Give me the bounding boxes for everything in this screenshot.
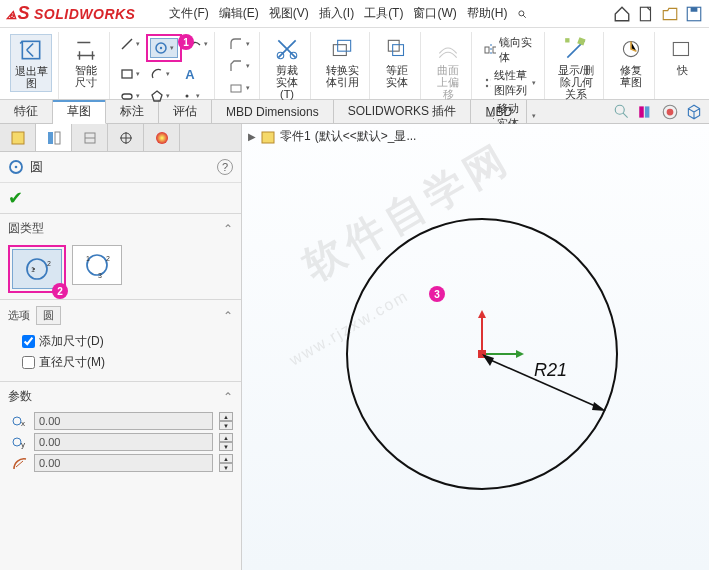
exit-sketch-button[interactable]: 退出草图 [10,34,52,92]
svg-marker-11 [152,91,162,101]
feature-breadcrumb[interactable]: ▶ 零件1 (默认<<默认>_显... [248,128,416,145]
center-circle-option[interactable]: 12 [12,249,62,289]
menu-window[interactable]: 窗口(W) [409,5,460,23]
svg-point-25 [486,85,488,87]
svg-rect-19 [393,45,404,56]
pm-tab-dimxpert[interactable] [108,124,144,151]
arc-tool-button[interactable] [146,64,174,84]
exit-sketch-icon [18,37,44,63]
app-name: SOLIDWORKS [34,6,135,22]
param-r-spinner[interactable]: ▲▼ [219,454,233,472]
menu-search-icon[interactable] [513,5,531,23]
surface-offset-button[interactable]: 曲面上偏移 [431,34,465,102]
param-cx-spinner[interactable]: ▲▼ [219,412,233,430]
pm-circle-type-header[interactable]: 圆类型 ⌃ [8,220,233,241]
menu-tools[interactable]: 工具(T) [360,5,407,23]
cube-icon[interactable] [685,103,703,121]
plane-button[interactable] [225,78,253,98]
param-cy-input[interactable] [34,433,213,451]
menu-insert[interactable]: 插入(I) [315,5,358,23]
svg-point-50 [27,259,47,279]
pm-help-button[interactable]: ? [217,159,233,175]
mirror-entities-button[interactable]: 镜向实体 [482,34,538,66]
tab-sw-addins[interactable]: SOLIDWORKS 插件 [334,100,472,123]
tab-mbd-dim[interactable]: MBD Dimensions [212,100,334,123]
offset-entities-button[interactable]: 等距实体 [380,34,414,90]
open-icon[interactable] [661,5,679,23]
svg-line-34 [623,113,628,118]
pm-ok-button[interactable]: ✔ [0,183,241,213]
repair-sketch-button[interactable]: 修复草图 [614,34,648,90]
svg-marker-68 [516,350,524,358]
param-r-icon [12,455,28,471]
books-icon[interactable] [637,103,655,121]
trim-entities-button[interactable]: 剪裁实体(T) [270,34,304,102]
fillet-button[interactable] [225,34,253,54]
svg-rect-17 [338,40,351,51]
tab-sketch[interactable]: 草图 [53,100,106,124]
param-r-input[interactable] [34,454,213,472]
convert-entities-button[interactable]: 转换实体引用 [321,34,363,90]
svg-line-6 [122,39,132,49]
svg-rect-41 [55,132,60,144]
pm-options-header[interactable]: 选项圆 ⌃ [8,306,233,329]
pm-tab-feature-tree[interactable] [0,124,36,151]
text-tool-button[interactable]: A [176,64,204,84]
polygon-tool-button[interactable] [146,86,174,106]
svg-text:x: x [21,419,25,428]
svg-rect-5 [22,41,39,58]
annotation-badge-2: 2 [52,283,68,299]
pm-params-header[interactable]: 参数 ⌃ [8,388,233,409]
linear-pattern-button[interactable]: 线性草图阵列▾ [482,67,538,99]
menu-edit[interactable]: 编辑(E) [215,5,263,23]
tab-features[interactable]: 特征 [0,100,53,123]
graphics-area[interactable]: ▶ 零件1 (默认<<默认>_显... 软件自学网 www.rjzxw.com [242,124,709,570]
param-cx-row: x ▲▼ [12,412,233,430]
ribbon-surface-offset-group: 曲面上偏移 [425,32,472,99]
save-icon[interactable] [685,5,703,23]
param-cx-input[interactable] [34,412,213,430]
quick-button[interactable]: 快 [665,34,699,78]
quick-label: 快 [677,64,688,76]
svg-point-12 [186,95,189,98]
collapse-icon: ⌃ [223,222,233,236]
menu-help[interactable]: 帮助(H) [463,5,512,23]
svg-point-49 [15,166,18,169]
appearance-icon[interactable] [661,103,679,121]
app-logo: ⟁S SOLIDWORKS [6,3,135,24]
add-dimension-checkbox[interactable]: 添加尺寸(D) [22,333,233,350]
point-tool-button[interactable] [176,86,204,106]
option-circle-radio[interactable]: 圆 [36,306,61,325]
chamfer-button[interactable] [225,56,253,76]
diameter-dimension-checkbox[interactable]: 直径尺寸(M) [22,354,233,371]
sketch-circle[interactable]: R21 [322,184,642,504]
home-icon[interactable] [613,5,631,23]
tabs-right-tools [613,100,709,123]
radius-label: R21 [534,360,567,380]
perimeter-circle-option[interactable]: 123 [72,245,122,285]
breadcrumb-expand-icon[interactable]: ▶ [248,131,256,142]
line-tool-button[interactable] [116,34,144,54]
radius-dimension[interactable]: R21 [482,354,606,411]
rect-tool-button[interactable] [116,64,144,84]
svg-text:y: y [21,440,25,449]
pm-tab-property[interactable] [36,124,72,151]
smart-dimension-button[interactable]: 智能尺寸 [69,34,103,90]
relations-icon [563,36,589,62]
circle-tool-button[interactable] [150,38,178,58]
param-r-row: ▲▼ [12,454,233,472]
offset-label: 等距实体 [382,64,412,88]
pm-tab-display[interactable] [144,124,180,151]
trim-label: 剪裁实体(T) [272,64,302,100]
breadcrumb-part: 零件1 [280,128,311,145]
new-doc-icon[interactable] [637,5,655,23]
menu-view[interactable]: 视图(V) [265,5,313,23]
slot-tool-button[interactable] [116,86,144,106]
menu-file[interactable]: 文件(F) [165,5,212,23]
pm-tab-config[interactable] [72,124,108,151]
param-cy-spinner[interactable]: ▲▼ [219,433,233,451]
show-relations-button[interactable]: 显示/删除几何关系 [555,34,597,102]
ribbon-repair-group: 修复草图 [608,32,655,99]
search-small-icon[interactable] [613,103,631,121]
surf-offset-icon [435,36,461,62]
